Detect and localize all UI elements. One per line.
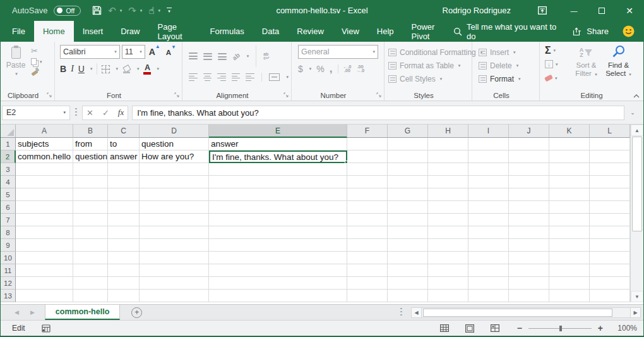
column-header-J[interactable]: J	[509, 125, 549, 138]
format-painter-icon[interactable]	[31, 68, 39, 75]
cell-G10[interactable]	[388, 252, 428, 264]
wrap-text-icon[interactable]: abc↵	[263, 52, 270, 60]
cell-A11[interactable]	[16, 264, 73, 277]
cell-D7[interactable]	[140, 214, 209, 226]
italic-button[interactable]: I	[71, 64, 74, 74]
column-header-A[interactable]: A	[16, 125, 73, 138]
scroll-left-icon[interactable]: ◀	[411, 307, 422, 318]
touch-mode-dropdown-icon[interactable]: ▾	[158, 8, 161, 13]
clear-icon[interactable]	[544, 75, 553, 82]
row-header-6[interactable]: 6	[1, 201, 16, 214]
cell-B12[interactable]	[73, 277, 108, 290]
cell-G8[interactable]	[388, 226, 428, 239]
cell-G7[interactable]	[388, 214, 428, 226]
cell-K6[interactable]	[549, 201, 590, 214]
cell-K8[interactable]	[549, 226, 590, 239]
cell-A2[interactable]: common.hello	[16, 150, 73, 163]
minimize-button[interactable]: —	[560, 0, 588, 21]
row-header-8[interactable]: 8	[1, 226, 16, 239]
cell-I5[interactable]	[468, 188, 509, 201]
cell-L2[interactable]	[590, 150, 630, 163]
ribbon-display-options-icon[interactable]	[528, 0, 556, 21]
alignment-dialog-launcher-icon[interactable]	[283, 92, 289, 98]
cell-D1[interactable]: question	[140, 138, 209, 150]
cell-G2[interactable]	[388, 150, 428, 163]
column-header-I[interactable]: I	[468, 125, 509, 138]
cell-K5[interactable]	[549, 188, 590, 201]
cell-E12[interactable]	[209, 277, 347, 290]
cell-I13[interactable]	[468, 290, 509, 302]
cell-B2[interactable]: question	[73, 150, 108, 163]
align-middle-icon[interactable]	[203, 52, 212, 60]
tab-insert[interactable]: Insert	[74, 21, 112, 42]
cell-H11[interactable]	[428, 264, 468, 277]
cell-H5[interactable]	[428, 188, 468, 201]
cell-H9[interactable]	[428, 239, 468, 252]
undo-dropdown-icon[interactable]: ▾	[120, 8, 122, 13]
zoom-in-icon[interactable]: +	[598, 325, 603, 331]
touch-mode-icon[interactable]: ☝	[148, 6, 154, 15]
cell-H12[interactable]	[428, 277, 468, 290]
cell-A5[interactable]	[16, 188, 73, 201]
cell-L13[interactable]	[590, 290, 630, 302]
enter-icon[interactable]: ✓	[102, 108, 109, 118]
fill-color-icon[interactable]	[122, 65, 131, 73]
cell-H7[interactable]	[428, 214, 468, 226]
cell-A1[interactable]: subjects	[16, 138, 73, 150]
cell-D5[interactable]	[140, 188, 209, 201]
cell-C4[interactable]	[108, 176, 140, 188]
column-header-D[interactable]: D	[140, 125, 209, 138]
cell-D4[interactable]	[140, 176, 209, 188]
cell-G5[interactable]	[388, 188, 428, 201]
row-header-7[interactable]: 7	[1, 214, 16, 226]
cell-D11[interactable]	[140, 264, 209, 277]
cell-D6[interactable]	[140, 201, 209, 214]
cell-E10[interactable]	[209, 252, 347, 264]
cell-D9[interactable]	[140, 239, 209, 252]
cell-H10[interactable]	[428, 252, 468, 264]
decrease-font-size-button[interactable]: A▼	[164, 47, 178, 56]
cell-C7[interactable]	[108, 214, 140, 226]
cell-I4[interactable]	[468, 176, 509, 188]
cell-J12[interactable]	[509, 277, 549, 290]
align-top-icon[interactable]	[189, 52, 198, 60]
font-size-combo[interactable]: 11▾	[122, 45, 145, 59]
cell-J8[interactable]	[509, 226, 549, 239]
cut-icon[interactable]: ✂	[31, 46, 42, 56]
cell-B9[interactable]	[73, 239, 108, 252]
new-sheet-button[interactable]: +	[120, 305, 153, 320]
cell-K10[interactable]	[549, 252, 590, 264]
tell-me-box[interactable]: Tell me what you want to do	[453, 22, 559, 41]
zoom-slider-thumb[interactable]	[559, 326, 562, 331]
cell-D10[interactable]	[140, 252, 209, 264]
column-header-K[interactable]: K	[549, 125, 590, 138]
font-color-button[interactable]: A	[143, 64, 151, 75]
row-header-2[interactable]: 2	[1, 150, 16, 163]
cell-I3[interactable]	[468, 163, 509, 176]
cell-C9[interactable]	[108, 239, 140, 252]
cell-D13[interactable]	[140, 290, 209, 302]
cell-K3[interactable]	[549, 163, 590, 176]
previous-sheet-icon[interactable]: ◀	[15, 309, 19, 316]
fill-handle[interactable]	[345, 161, 348, 164]
tab-data[interactable]: Data	[253, 21, 288, 42]
cell-I1[interactable]	[468, 138, 509, 150]
cells-insert[interactable]: Insert▾	[479, 46, 539, 59]
increase-decimal-icon[interactable]: ←.0.00	[343, 65, 352, 73]
cell-H8[interactable]	[428, 226, 468, 239]
cell-F10[interactable]	[347, 252, 388, 264]
cell-K1[interactable]	[549, 138, 590, 150]
cell-K12[interactable]	[549, 277, 590, 290]
column-header-E[interactable]: E	[209, 125, 347, 138]
cell-C2[interactable]: answer	[108, 150, 140, 163]
cell-F8[interactable]	[347, 226, 388, 239]
horizontal-scrollbar-thumb[interactable]	[423, 309, 612, 317]
cell-J13[interactable]	[509, 290, 549, 302]
share-button[interactable]: Share	[573, 27, 609, 36]
customize-quick-access-toolbar-icon[interactable]: ▾	[167, 8, 172, 14]
vertical-scrollbar[interactable]: ▲ ▼	[630, 125, 643, 302]
cell-F9[interactable]	[347, 239, 388, 252]
cell-E2[interactable]: I'm fine, thanks. What about you?	[209, 150, 347, 163]
cell-C12[interactable]	[108, 277, 140, 290]
cell-A9[interactable]	[16, 239, 73, 252]
